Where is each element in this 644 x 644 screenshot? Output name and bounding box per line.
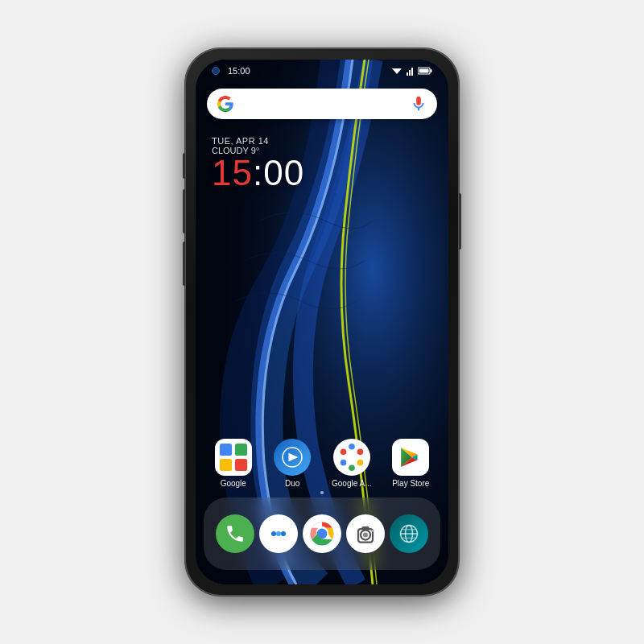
globe-icon <box>397 522 421 546</box>
duo-camera-icon <box>280 445 304 469</box>
svg-point-23 <box>276 531 281 536</box>
dock-camera[interactable] <box>346 514 385 553</box>
chrome-icon <box>309 521 335 547</box>
svg-marker-2 <box>392 68 402 74</box>
google-app-label: Google <box>221 479 246 488</box>
svg-point-19 <box>349 465 355 472</box>
camera-icon <box>353 522 378 546</box>
svg-point-27 <box>319 530 325 537</box>
dock-messages[interactable] <box>259 514 298 553</box>
status-bar: 15:00 <box>196 60 448 82</box>
playstore-app-label: Play Store <box>392 479 429 488</box>
phone-icon <box>225 523 246 544</box>
svg-rect-9 <box>220 444 232 456</box>
messages-icon <box>266 522 291 546</box>
clock-display: 15:00 <box>212 155 304 191</box>
svg-rect-5 <box>411 68 413 76</box>
svg-rect-8 <box>419 69 429 73</box>
dock-chrome[interactable] <box>303 514 341 553</box>
volume-alert-button[interactable] <box>183 153 185 179</box>
search-bar[interactable] <box>207 89 437 119</box>
battery-icon <box>418 67 432 75</box>
status-right <box>390 66 432 76</box>
phone-screen: 15:00 <box>196 60 448 584</box>
duo-app-icon[interactable] <box>274 439 311 476</box>
google-app-icon[interactable] <box>215 439 252 476</box>
app-playstore[interactable]: Play Store <box>385 439 436 488</box>
weather-text: CLOUDY 9° <box>212 146 304 155</box>
clock-minute: 00 <box>263 153 304 192</box>
svg-rect-31 <box>362 526 369 530</box>
power-button[interactable] <box>459 193 461 250</box>
status-left: 15:00 <box>212 66 250 76</box>
svg-rect-3 <box>407 72 408 76</box>
svg-point-24 <box>281 531 286 536</box>
svg-point-22 <box>271 531 276 536</box>
gassist-app-icon[interactable] <box>333 439 370 476</box>
page-indicator <box>320 491 324 494</box>
svg-point-32 <box>372 530 374 532</box>
svg-point-29 <box>363 533 368 538</box>
app-google-assist[interactable]: Google A... <box>326 439 378 488</box>
clock-colon: : <box>253 153 263 192</box>
volume-up-button[interactable] <box>183 189 185 233</box>
date-text: TUE, APR 14 <box>212 136 304 146</box>
svg-rect-12 <box>235 459 247 471</box>
svg-point-20 <box>341 460 347 466</box>
app-duo[interactable]: Duo <box>266 439 318 488</box>
assistant-icon <box>336 442 367 473</box>
duo-app-label: Duo <box>285 479 299 488</box>
gassist-app-label: Google A... <box>332 479 371 488</box>
dock <box>204 497 440 570</box>
dock-settings[interactable] <box>390 514 428 553</box>
google-logo <box>217 95 234 113</box>
signal-icon <box>407 66 415 76</box>
svg-rect-11 <box>220 459 232 471</box>
google-grid-icon <box>218 442 249 473</box>
playstore-triangle-icon <box>397 444 424 471</box>
svg-rect-7 <box>431 69 432 72</box>
mic-icon <box>410 95 427 113</box>
apps-row: Google Duo <box>196 439 448 488</box>
status-time: 15:00 <box>228 66 250 76</box>
svg-rect-10 <box>235 444 247 456</box>
playstore-app-icon[interactable] <box>392 439 429 476</box>
svg-point-18 <box>357 460 363 466</box>
clock-hour: 15 <box>212 153 253 192</box>
volume-down-button[interactable] <box>183 242 185 286</box>
date-section: TUE, APR 14 CLOUDY 9° 15:00 <box>212 136 304 191</box>
app-google[interactable]: Google <box>208 439 259 488</box>
svg-point-17 <box>357 449 363 456</box>
wifi-icon <box>390 66 403 76</box>
svg-marker-14 <box>289 453 299 462</box>
dock-phone[interactable] <box>216 514 254 553</box>
svg-point-16 <box>349 444 355 450</box>
phone-device: 15:00 <box>185 48 459 596</box>
svg-rect-4 <box>409 70 411 76</box>
svg-point-21 <box>341 449 347 456</box>
camera-hole <box>212 67 220 75</box>
